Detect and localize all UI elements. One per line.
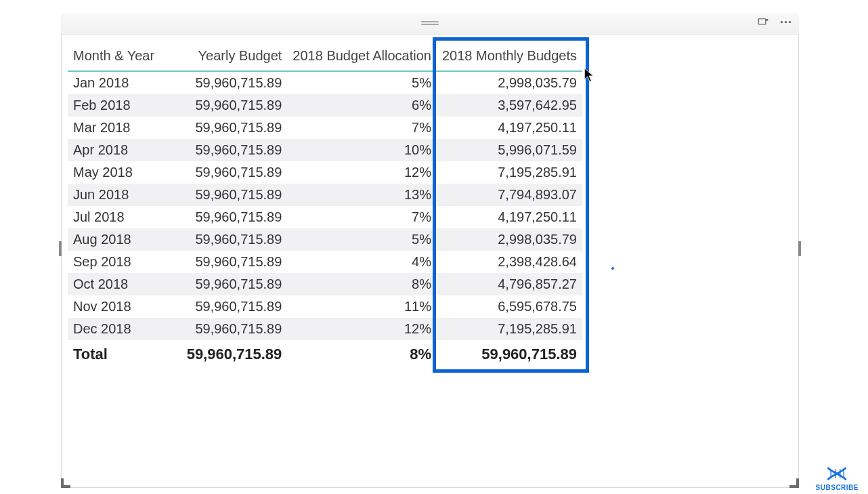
- cell-alloc: 10%: [287, 139, 437, 161]
- cell-monthly: 7,794,893.07: [437, 184, 582, 206]
- cell-alloc: 5%: [287, 71, 437, 94]
- cell-yearly: 59,960,715.89: [162, 139, 288, 161]
- subscribe-badge[interactable]: SUBSCRIBE: [816, 465, 859, 491]
- cell-alloc: 7%: [287, 206, 437, 228]
- col-header-monthly-budgets[interactable]: 2018 Monthly Budgets: [437, 44, 582, 71]
- cell-yearly: 59,960,715.89: [162, 161, 288, 184]
- dna-icon: [825, 465, 848, 482]
- total-alloc: 8%: [287, 340, 437, 369]
- total-monthly: 59,960,715.89: [437, 340, 582, 369]
- col-header-allocation[interactable]: 2018 Budget Allocation: [287, 44, 437, 71]
- resize-handle-bottom-left[interactable]: [61, 478, 70, 488]
- cell-monthly: 3,597,642.95: [437, 94, 582, 117]
- table-header-row[interactable]: Month & Year Yearly Budget 2018 Budget A…: [68, 44, 582, 71]
- cell-month: Dec 2018: [68, 318, 162, 340]
- cell-yearly: 59,960,715.89: [162, 184, 288, 206]
- cell-monthly: 2,398,428.64: [437, 251, 582, 273]
- cell-monthly: 5,996,071.59: [437, 139, 582, 161]
- table-row[interactable]: Dec 201859,960,715.8912%7,195,285.91: [68, 318, 582, 340]
- resize-handle-left[interactable]: [59, 241, 62, 256]
- blue-dot: [611, 267, 614, 270]
- subscribe-label: SUBSCRIBE: [816, 484, 859, 491]
- cell-monthly: 4,197,250.11: [437, 206, 582, 228]
- more-options-icon[interactable]: ···: [777, 16, 795, 30]
- table-row[interactable]: Aug 201859,960,715.895%2,998,035.79: [68, 228, 582, 251]
- col-header-yearly-budget[interactable]: Yearly Budget: [162, 44, 288, 71]
- cell-month: Jul 2018: [68, 206, 162, 228]
- table-row[interactable]: Jun 201859,960,715.8913%7,794,893.07: [68, 184, 582, 206]
- table-row[interactable]: Jul 201859,960,715.897%4,197,250.11: [68, 206, 582, 228]
- cell-alloc: 12%: [287, 318, 437, 340]
- cell-monthly: 7,195,285.91: [437, 161, 582, 184]
- visual-header: ···: [61, 14, 799, 35]
- cell-alloc: 5%: [287, 228, 437, 251]
- table-row[interactable]: Mar 201859,960,715.897%4,197,250.11: [68, 117, 582, 139]
- cell-monthly: 6,595,678.75: [437, 295, 582, 318]
- cell-month: Aug 2018: [68, 228, 162, 251]
- cell-monthly: 2,998,035.79: [437, 71, 582, 94]
- total-label: Total: [68, 340, 162, 369]
- table-row[interactable]: May 201859,960,715.8912%7,195,285.91: [68, 161, 582, 184]
- cell-month: Oct 2018: [68, 273, 162, 295]
- cell-month: Mar 2018: [68, 117, 162, 139]
- cell-yearly: 59,960,715.89: [162, 295, 288, 318]
- table-row[interactable]: Nov 201859,960,715.8911%6,595,678.75: [68, 295, 582, 318]
- cell-alloc: 6%: [287, 94, 437, 117]
- total-yearly: 59,960,715.89: [162, 340, 288, 369]
- cell-monthly: 4,796,857.27: [437, 273, 582, 295]
- cell-monthly: 4,197,250.11: [437, 117, 582, 139]
- col-header-month-year[interactable]: Month & Year: [68, 44, 162, 71]
- cell-yearly: 59,960,715.89: [162, 71, 288, 94]
- focus-mode-icon[interactable]: [756, 15, 771, 30]
- table-row[interactable]: Feb 201859,960,715.896%3,597,642.95: [68, 94, 582, 117]
- cell-yearly: 59,960,715.89: [162, 318, 288, 340]
- cell-monthly: 7,195,285.91: [437, 318, 582, 340]
- cell-yearly: 59,960,715.89: [162, 228, 288, 251]
- cell-monthly: 2,998,035.79: [437, 228, 582, 251]
- cell-alloc: 12%: [287, 161, 437, 184]
- table-total-row[interactable]: Total 59,960,715.89 8% 59,960,715.89: [68, 340, 582, 369]
- cell-alloc: 11%: [287, 295, 437, 318]
- cell-month: Jun 2018: [68, 184, 162, 206]
- budget-table[interactable]: Month & Year Yearly Budget 2018 Budget A…: [68, 44, 582, 369]
- cell-alloc: 7%: [287, 117, 437, 139]
- drag-grip-icon[interactable]: [421, 21, 439, 26]
- table-row[interactable]: Sep 201859,960,715.894%2,398,428.64: [68, 251, 582, 273]
- cell-yearly: 59,960,715.89: [162, 251, 288, 273]
- cell-month: Sep 2018: [68, 251, 162, 273]
- table-row[interactable]: Apr 201859,960,715.8910%5,996,071.59: [68, 139, 582, 161]
- cell-alloc: 13%: [287, 184, 437, 206]
- report-visual[interactable]: ··· Month & Year Yearly Budget 2018 Budg…: [61, 14, 799, 488]
- cell-yearly: 59,960,715.89: [162, 273, 288, 295]
- cell-alloc: 8%: [287, 273, 437, 295]
- cell-yearly: 59,960,715.89: [162, 94, 288, 117]
- table-row[interactable]: Oct 201859,960,715.898%4,796,857.27: [68, 273, 582, 295]
- cell-alloc: 4%: [287, 251, 437, 273]
- cell-month: Apr 2018: [68, 139, 162, 161]
- resize-handle-right[interactable]: [798, 241, 801, 256]
- cell-month: May 2018: [68, 161, 162, 184]
- table-row[interactable]: Jan 201859,960,715.895%2,998,035.79: [68, 71, 582, 94]
- svg-rect-0: [758, 19, 766, 24]
- cell-month: Nov 2018: [68, 295, 162, 318]
- cell-yearly: 59,960,715.89: [162, 206, 288, 228]
- cell-yearly: 59,960,715.89: [162, 117, 288, 139]
- cell-month: Jan 2018: [68, 71, 162, 94]
- cell-month: Feb 2018: [68, 94, 162, 117]
- resize-handle-bottom-right[interactable]: [789, 478, 799, 488]
